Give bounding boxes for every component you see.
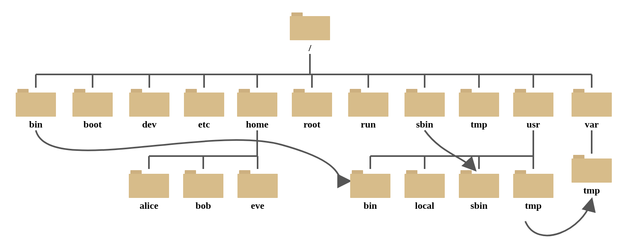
folder-node-ulocal: local xyxy=(405,169,445,211)
folder-node-dev: dev xyxy=(129,88,169,130)
folder-icon xyxy=(129,88,169,117)
folder-label: var xyxy=(572,119,612,130)
folder-icon xyxy=(237,88,277,117)
folder-label: sbin xyxy=(405,119,445,130)
svg-rect-46 xyxy=(513,93,553,117)
svg-rect-50 xyxy=(129,174,169,198)
folder-node-bin: bin xyxy=(16,88,56,130)
folder-node-var: var xyxy=(572,88,612,130)
svg-rect-56 xyxy=(350,174,390,198)
svg-rect-40 xyxy=(348,93,388,117)
svg-rect-38 xyxy=(292,93,332,117)
folder-label: bob xyxy=(183,200,223,211)
folder-icon xyxy=(513,88,553,117)
folder-node-root: / xyxy=(290,11,330,54)
svg-rect-34 xyxy=(184,93,224,117)
svg-rect-36 xyxy=(237,93,277,117)
folder-label: / xyxy=(290,43,330,54)
filesystem-tree-diagram: / bin boot dev etc home root xyxy=(0,0,644,247)
folder-node-home: home xyxy=(237,88,277,130)
folder-label: tmp xyxy=(459,119,499,130)
folder-label: sbin xyxy=(459,200,499,211)
folder-label: usr xyxy=(513,119,553,130)
svg-rect-42 xyxy=(405,93,445,117)
folder-icon xyxy=(292,88,332,117)
folder-node-etc: etc xyxy=(184,88,224,130)
folder-node-alice: alice xyxy=(129,169,169,211)
folder-icon xyxy=(513,169,553,198)
svg-rect-62 xyxy=(513,174,553,198)
folder-node-eve: eve xyxy=(237,169,278,211)
folder-label: dev xyxy=(129,119,169,130)
svg-rect-28 xyxy=(16,93,56,117)
folder-icon xyxy=(459,169,499,198)
folder-label: alice xyxy=(129,200,169,211)
folder-label: root xyxy=(292,119,332,130)
svg-rect-64 xyxy=(572,158,612,183)
folder-icon xyxy=(350,169,390,198)
folder-node-sbin: sbin xyxy=(405,88,445,130)
folder-icon xyxy=(572,154,612,183)
folder-node-usbin: sbin xyxy=(459,169,499,211)
folder-node-usr: usr xyxy=(513,88,553,130)
folder-label: bin xyxy=(16,119,56,130)
folder-node-root2: root xyxy=(292,88,332,130)
folder-label: boot xyxy=(72,119,113,130)
svg-rect-60 xyxy=(459,174,499,198)
folder-icon xyxy=(405,169,445,198)
folder-icon xyxy=(348,88,388,117)
folder-label: tmp xyxy=(572,185,612,196)
folder-icon xyxy=(129,169,169,198)
folder-node-utmp: tmp xyxy=(513,169,553,211)
folder-label: bin xyxy=(350,200,390,211)
svg-rect-44 xyxy=(459,93,499,117)
folder-node-ubin: bin xyxy=(350,169,390,211)
folder-label: local xyxy=(405,200,445,211)
folder-node-tmp: tmp xyxy=(459,88,499,130)
folder-node-vtmp: tmp xyxy=(572,154,612,196)
folder-node-boot: boot xyxy=(72,88,113,130)
folder-label: tmp xyxy=(513,200,553,211)
folder-icon xyxy=(459,88,499,117)
folder-icon xyxy=(72,88,113,117)
folder-icon xyxy=(405,88,445,117)
svg-rect-48 xyxy=(572,93,612,117)
svg-rect-32 xyxy=(129,93,169,117)
svg-rect-54 xyxy=(237,174,278,198)
folder-label: eve xyxy=(237,200,278,211)
folder-node-bob: bob xyxy=(183,169,223,211)
folder-icon xyxy=(290,11,330,40)
folder-label: etc xyxy=(184,119,224,130)
svg-rect-26 xyxy=(290,16,330,40)
folder-icon xyxy=(16,88,56,117)
folder-node-run: run xyxy=(348,88,388,130)
folder-label: run xyxy=(348,119,388,130)
folder-label: home xyxy=(237,119,277,130)
folder-icon xyxy=(572,88,612,117)
svg-rect-58 xyxy=(405,174,445,198)
folder-icon xyxy=(184,88,224,117)
folder-icon xyxy=(183,169,223,198)
svg-rect-30 xyxy=(72,93,113,117)
folder-icon xyxy=(237,169,278,198)
svg-rect-52 xyxy=(183,174,223,198)
